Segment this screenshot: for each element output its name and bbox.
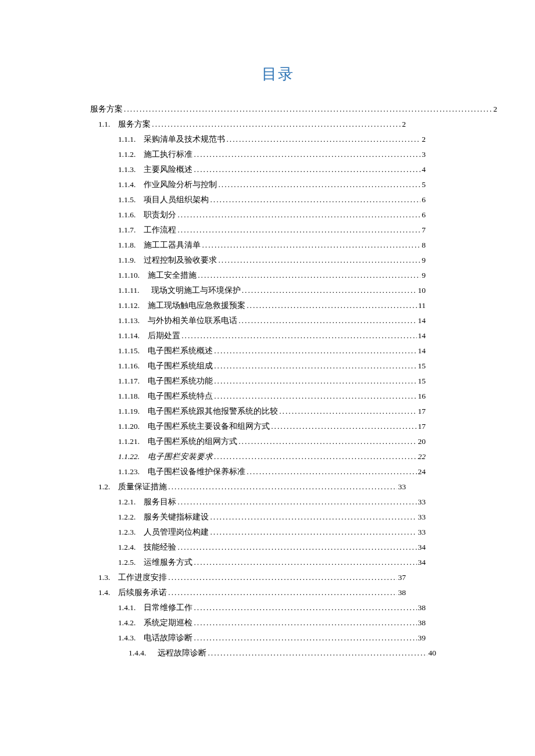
toc-entry-number: 1.1.22. bbox=[118, 449, 140, 464]
toc-entry-text: 项目人员组织架构 bbox=[144, 192, 209, 207]
toc-leader-dots bbox=[214, 449, 416, 464]
toc-entry-page: 20 bbox=[418, 434, 426, 449]
toc-leader-dots bbox=[271, 419, 416, 434]
toc-leader-dots bbox=[210, 510, 416, 525]
toc-entry-number: 1.2.1. bbox=[118, 495, 135, 510]
toc-entry-page: 38 bbox=[418, 615, 426, 630]
toc-entry-number: 1.1.20. bbox=[118, 419, 140, 434]
toc-entry-number: 1.1.17. bbox=[118, 374, 140, 389]
toc-entry: 1.3.工作进度安排37 bbox=[98, 570, 406, 585]
toc-entry-text: 电子围栏安装要求 bbox=[148, 449, 213, 464]
toc-entry-number: 1.2.2. bbox=[118, 510, 135, 525]
toc-entry-text: 后期处置 bbox=[148, 328, 180, 343]
toc-leader-dots bbox=[152, 117, 401, 132]
toc-leader-dots bbox=[177, 540, 416, 555]
toc-entry-number: 1.4.4. bbox=[129, 646, 146, 661]
toc-entry-number: 1.1.13. bbox=[118, 313, 140, 328]
toc-entry-text: 工作流程 bbox=[144, 223, 176, 238]
toc-entry-text: 作业风险分析与控制 bbox=[144, 177, 217, 192]
toc-entry: 1.1.14.后期处置14 bbox=[118, 328, 426, 343]
toc-entry-page: 17 bbox=[418, 419, 426, 434]
toc-entry: 1.1.3.主要风险概述4 bbox=[118, 162, 426, 177]
toc-leader-dots bbox=[214, 374, 416, 389]
toc-leader-dots bbox=[124, 102, 492, 117]
toc-entry-page: 33 bbox=[418, 495, 426, 510]
toc-entry-page: 34 bbox=[418, 540, 426, 555]
toc-entry-number: 1.1.10. bbox=[118, 268, 140, 283]
toc-entry: 1.2.1.服务目标33 bbox=[118, 495, 426, 510]
toc-entry-number: 1.4. bbox=[98, 585, 110, 600]
toc-entry-text: 电话故障诊断 bbox=[144, 630, 192, 646]
toc-entry-number: 1.2.5. bbox=[118, 555, 135, 570]
toc-entry: 1.2.质量保证措施33 bbox=[98, 479, 406, 495]
toc-entry: 1.1.18.电子围栏系统特点16 bbox=[118, 389, 426, 404]
toc-entry-text: 电子围栏系统跟其他报警系统的比较 bbox=[148, 404, 278, 419]
toc-entry: 1.1.6.职责划分6 bbox=[118, 207, 426, 223]
toc-entry-text: 施工现场触电应急救援预案 bbox=[148, 298, 245, 313]
toc-entry-text: 服务方案 bbox=[118, 117, 151, 132]
toc-entry-text: 电子围栏设备维护保养标准 bbox=[148, 464, 245, 479]
toc-entry-number: 1.1.11. bbox=[118, 283, 140, 298]
toc-entry: 1.1.22.电子围栏安装要求22 bbox=[118, 449, 426, 464]
toc-entry-number: 1.3. bbox=[98, 570, 110, 585]
toc-entry-page: 6 bbox=[422, 192, 426, 207]
toc-leader-dots bbox=[238, 313, 416, 328]
toc-leader-dots bbox=[168, 479, 397, 495]
toc-entry-number: 1.1.3. bbox=[118, 162, 135, 177]
toc-leader-dots bbox=[210, 525, 416, 540]
toc-entry: 1.4.3.电话故障诊断39 bbox=[118, 630, 426, 646]
toc-entry-text: 采购清单及技术规范书 bbox=[144, 132, 225, 147]
toc-leader-dots bbox=[198, 268, 420, 283]
toc-entry-number: 1.1. bbox=[98, 117, 110, 132]
toc-entry-number: 1.4.3. bbox=[118, 630, 135, 646]
toc-entry-page: 2 bbox=[422, 132, 426, 147]
toc-entry-text: 质量保证措施 bbox=[118, 479, 167, 495]
toc-entry: 1.1.16.电子围栏系统组成15 bbox=[118, 359, 426, 374]
toc-container: 服务方案21.1.服务方案21.1.1.采购清单及技术规范书21.1.2.施工执… bbox=[90, 102, 465, 661]
toc-leader-dots bbox=[194, 555, 416, 570]
toc-entry-page: 9 bbox=[422, 253, 426, 268]
toc-entry: 1.1.服务方案2 bbox=[98, 117, 406, 132]
toc-leader-dots bbox=[214, 389, 416, 404]
toc-leader-dots bbox=[202, 238, 420, 253]
toc-entry-text: 与外协相关单位联系电话 bbox=[148, 313, 237, 328]
toc-entry-text: 电子围栏系统概述 bbox=[148, 343, 213, 359]
toc-leader-dots bbox=[247, 298, 417, 313]
toc-entry: 1.1.11.现场文明施工与环境保护10 bbox=[118, 283, 426, 298]
toc-entry: 1.1.2.施工执行标准3 bbox=[118, 147, 426, 162]
toc-entry: 1.1.20.电子围栏系统主要设备和组网方式17 bbox=[118, 419, 426, 434]
toc-entry: 1.1.17.电子围栏系统功能15 bbox=[118, 374, 426, 389]
toc-entry-page: 33 bbox=[418, 510, 426, 525]
toc-entry-page: 14 bbox=[418, 328, 426, 343]
toc-entry: 1.1.15.电子围栏系统概述14 bbox=[118, 343, 426, 359]
toc-leader-dots bbox=[247, 464, 416, 479]
toc-entry: 1.1.12.施工现场触电应急救援预案11 bbox=[118, 298, 426, 313]
toc-entry-page: 2 bbox=[402, 117, 406, 132]
toc-entry-text: 职责划分 bbox=[144, 207, 176, 223]
toc-entry-page: 6 bbox=[422, 207, 426, 223]
toc-entry-text: 电子围栏系统主要设备和组网方式 bbox=[148, 419, 270, 434]
toc-leader-dots bbox=[214, 359, 416, 374]
toc-entry-text: 技能经验 bbox=[144, 540, 176, 555]
toc-entry-text: 日常维修工作 bbox=[144, 600, 192, 615]
toc-entry-page: 24 bbox=[418, 464, 426, 479]
toc-title: 目录 bbox=[90, 64, 465, 84]
toc-entry: 1.1.9.过程控制及验收要求9 bbox=[118, 253, 426, 268]
toc-entry: 1.1.1.采购清单及技术规范书2 bbox=[118, 132, 426, 147]
toc-entry: 1.4.4.远程故障诊断40 bbox=[129, 646, 436, 661]
toc-entry: 1.2.3.人员管理岗位构建33 bbox=[118, 525, 426, 540]
toc-entry-page: 15 bbox=[418, 359, 426, 374]
toc-entry-page: 2 bbox=[493, 102, 497, 117]
toc-entry-number: 1.2. bbox=[98, 479, 110, 495]
document-page: 目录 服务方案21.1.服务方案21.1.1.采购清单及技术规范书21.1.2.… bbox=[0, 0, 535, 756]
toc-leader-dots bbox=[210, 192, 420, 207]
toc-entry-number: 1.2.4. bbox=[118, 540, 135, 555]
toc-entry-page: 10 bbox=[418, 283, 426, 298]
toc-entry-page: 3 bbox=[422, 147, 426, 162]
toc-entry-text: 施工安全措施 bbox=[148, 268, 197, 283]
toc-entry: 1.1.10.施工安全措施9 bbox=[118, 268, 426, 283]
toc-entry-page: 38 bbox=[398, 585, 406, 600]
toc-entry: 1.1.8.施工工器具清单8 bbox=[118, 238, 426, 253]
toc-entry-text: 施工工器具清单 bbox=[144, 238, 201, 253]
toc-entry-number: 1.1.8. bbox=[118, 238, 135, 253]
